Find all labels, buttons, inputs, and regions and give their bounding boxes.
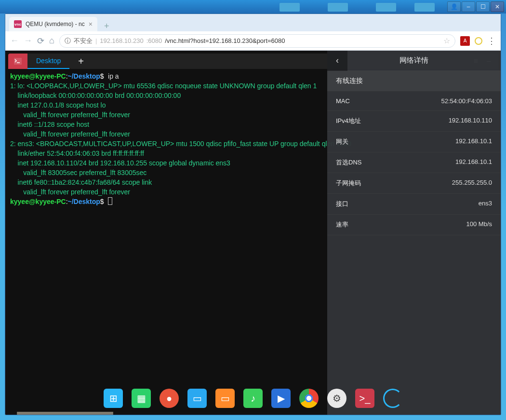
connection-type-label: 有线连接	[327, 71, 501, 92]
browser-tab-active[interactable]: vnc QEMU (kvmdemo) - nc ×	[9, 17, 97, 31]
terminal-cursor	[108, 197, 112, 205]
desktop-icon	[376, 3, 396, 12]
pdf-extension-icon[interactable]: A	[460, 36, 470, 46]
terminal-app-icon	[8, 54, 27, 69]
network-panel-header: ‹ 网络详情	[327, 51, 501, 71]
close-button[interactable]: ✕	[491, 1, 504, 12]
terminal-tab-desktop[interactable]: Desktop	[27, 54, 69, 69]
security-label: 不安全	[74, 37, 93, 45]
net-row-interface: 接口ens3	[327, 194, 501, 215]
nav-back-button[interactable]: ←	[10, 36, 19, 46]
net-row-dns: 首选DNS192.168.10.1	[327, 152, 501, 173]
browser-tabbar: vnc QEMU (kvmdemo) - nc × +	[5, 14, 501, 31]
terminal-new-tab-button[interactable]: +	[69, 56, 93, 67]
maximize-button[interactable]: ☐	[476, 1, 490, 12]
desktop-icon	[414, 3, 435, 12]
dock-appstore-icon[interactable]: ▭	[215, 389, 235, 408]
panel-title: 网络详情	[347, 56, 501, 65]
url-input[interactable]: ⓘ 不安全 | 192.168.10.230:6080/vnc.html?hos…	[59, 34, 455, 48]
svg-rect-0	[14, 58, 22, 65]
dock-music-icon[interactable]: ♪	[243, 389, 263, 408]
url-path: /vnc.html?host=192.168.10.230&port=6080	[165, 37, 285, 44]
net-row-mac: MAC52:54:00:F4:06:03	[327, 92, 501, 111]
minimize-button[interactable]: –	[462, 1, 475, 12]
dock-store-icon[interactable]: ●	[160, 389, 179, 408]
extension-icon[interactable]	[475, 37, 482, 45]
net-row-ipv4: IPv4地址192.168.10.110	[327, 111, 501, 132]
dock-terminal-icon[interactable]: >_	[355, 389, 374, 408]
bookmark-star-icon[interactable]: ☆	[443, 36, 450, 45]
dock-app-icon[interactable]: ▭	[187, 389, 207, 408]
browser-content: kyyee + 加关注 ✉ 发私信 访问：2738次 积分：198 等级：BLO…	[5, 51, 501, 415]
net-row-speed: 速率100 Mb/s	[327, 215, 501, 235]
new-tab-button[interactable]: +	[100, 21, 113, 31]
user-menu-button[interactable]: 👤	[447, 1, 461, 12]
browser-menu-button[interactable]: ⋮	[487, 36, 496, 46]
browser-window: vnc QEMU (kvmdemo) - nc × + ← → ⟳ ⌂ ⓘ 不安…	[5, 14, 501, 415]
net-row-gateway: 网关192.168.10.1	[327, 132, 501, 152]
url-host: 192.168.10.230	[100, 37, 143, 44]
net-row-netmask: 子网掩码255.255.255.0	[327, 173, 501, 194]
nav-forward-button[interactable]: →	[24, 36, 32, 46]
favicon-vnc-icon: vnc	[14, 20, 22, 28]
nav-home-button[interactable]: ⌂	[49, 36, 54, 46]
address-bar: ← → ⟳ ⌂ ⓘ 不安全 | 192.168.10.230:6080/vnc.…	[5, 31, 501, 51]
tab-close-icon[interactable]: ×	[89, 20, 93, 28]
desktop-icon	[328, 3, 348, 12]
dock-chrome-icon[interactable]	[299, 389, 319, 408]
back-button[interactable]: ‹	[327, 51, 347, 71]
nav-reload-button[interactable]: ⟳	[37, 36, 44, 46]
dock: ⊞ ▦ ● ▭ ▭ ♪ ▶ ⚙ >_	[104, 387, 402, 410]
info-icon: ⓘ	[65, 37, 71, 45]
dock-settings-icon[interactable]: ⚙	[327, 389, 346, 408]
network-details-panel: ‹ 网络详情 有线连接 MAC52:54:00:F4:06:03 IPv4地址1…	[327, 51, 501, 415]
dock-loading-icon[interactable]	[383, 389, 402, 408]
dock-video-icon[interactable]: ▶	[271, 389, 291, 408]
dock-launcher-icon[interactable]: ⊞	[104, 389, 123, 408]
tab-title: QEMU (kvmdemo) - nc	[26, 21, 85, 27]
dock-files-icon[interactable]: ▦	[132, 389, 151, 408]
desktop-icon	[280, 3, 300, 12]
